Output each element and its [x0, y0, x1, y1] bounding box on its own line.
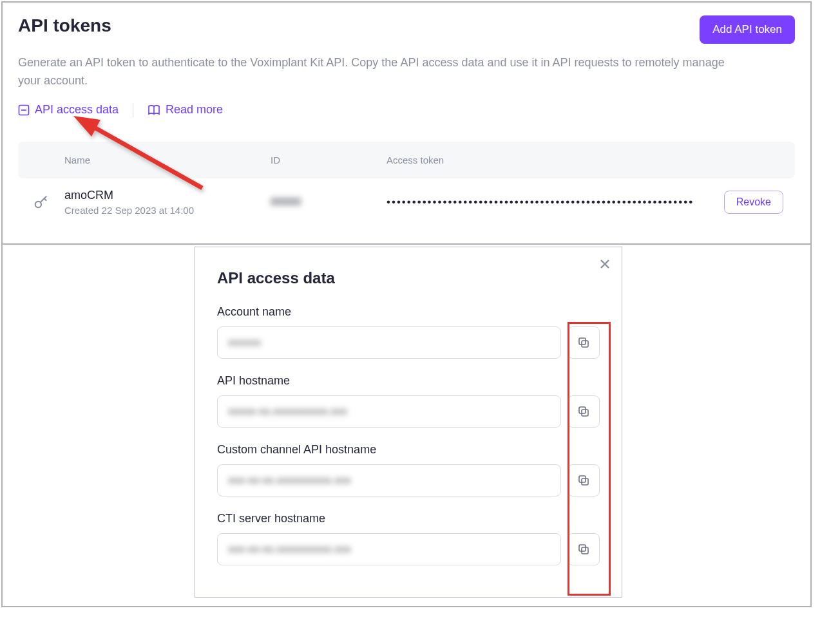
read-more-link-label: Read more: [166, 103, 223, 117]
collapse-icon: [18, 104, 30, 116]
copy-api-hostname-button[interactable]: [568, 395, 600, 428]
field-cti-hostname: CTI server hostname xxx-xx-xx.xxxxxxxxxx…: [217, 512, 600, 565]
copy-icon: [577, 474, 590, 487]
link-divider: [133, 103, 133, 117]
svg-point-3: [35, 202, 41, 207]
header-links: API access data Read more: [18, 103, 795, 130]
book-icon: [148, 104, 160, 116]
cti-hostname-input[interactable]: xxx-xx-xx.xxxxxxxxxx.xxx: [217, 533, 561, 565]
tokens-table: Name ID Access token amoCRM Created 22 S…: [18, 142, 795, 226]
column-id: ID: [271, 155, 387, 165]
field-account-name: Account name xxxxxx: [217, 305, 600, 359]
field-label: CTI server hostname: [217, 512, 600, 525]
add-api-token-button[interactable]: Add API token: [700, 15, 795, 44]
api-access-data-link-label: API access data: [35, 103, 119, 117]
field-label: API hostname: [217, 374, 600, 388]
header-area: API tokens Add API token Generate an API…: [3, 3, 810, 130]
copy-icon: [577, 336, 590, 349]
modal-title: API access data: [217, 269, 600, 287]
account-name-input[interactable]: xxxxxx: [217, 326, 561, 359]
token-id: 00000: [271, 196, 387, 209]
field-custom-channel: Custom channel API hostname xxx-xx-xx.xx…: [217, 443, 600, 496]
api-access-data-link[interactable]: API access data: [18, 103, 119, 117]
key-icon: [18, 193, 64, 211]
copy-cti-hostname-button[interactable]: [568, 533, 600, 565]
table-row: amoCRM Created 22 Sep 2023 at 14:00 0000…: [18, 178, 795, 226]
api-access-data-modal: API access data Account name xxxxxx API …: [195, 247, 622, 598]
copy-custom-channel-button[interactable]: [568, 464, 600, 496]
copy-account-name-button[interactable]: [568, 326, 600, 359]
custom-channel-input[interactable]: xxx-xx-xx.xxxxxxxxxx.xxx: [217, 464, 561, 496]
table-header: Name ID Access token: [18, 142, 795, 178]
close-icon[interactable]: [600, 258, 610, 272]
page-description: Generate an API token to authenticate to…: [18, 54, 727, 90]
revoke-button[interactable]: Revoke: [724, 191, 783, 214]
column-name: Name: [64, 155, 271, 165]
field-label: Custom channel API hostname: [217, 443, 600, 457]
token-name: amoCRM: [64, 189, 271, 202]
page-title: API tokens: [18, 15, 111, 36]
token-mask: ••••••••••••••••••••••••••••••••••••••••…: [387, 196, 718, 209]
field-api-hostname: API hostname xxxxx-xx.xxxxxxxxxx.xxx: [217, 374, 600, 428]
copy-icon: [577, 543, 590, 556]
api-hostname-input[interactable]: xxxxx-xx.xxxxxxxxxx.xxx: [217, 395, 561, 428]
field-label: Account name: [217, 305, 600, 319]
token-created: Created 22 Sep 2023 at 14:00: [64, 205, 271, 216]
api-tokens-panel: API tokens Add API token Generate an API…: [1, 1, 812, 245]
copy-icon: [577, 405, 590, 418]
read-more-link[interactable]: Read more: [148, 103, 223, 117]
column-token: Access token: [387, 155, 718, 165]
